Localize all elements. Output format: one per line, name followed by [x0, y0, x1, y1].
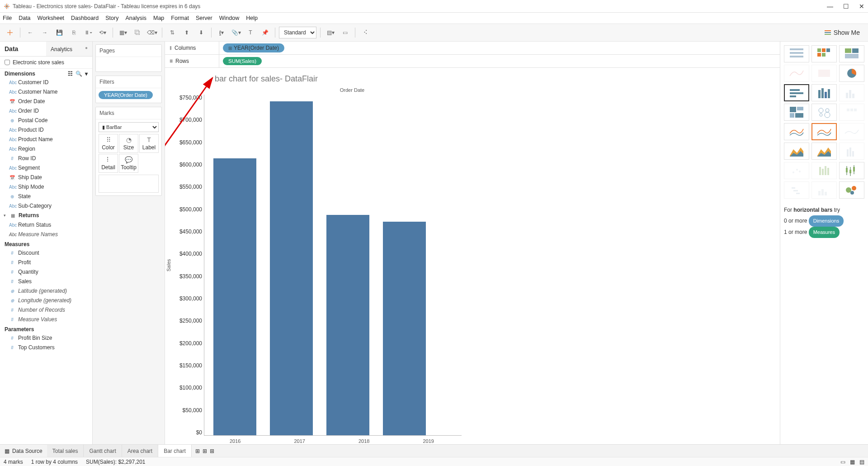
menu-analysis[interactable]: Analysis [125, 15, 146, 21]
menu-worksheet[interactable]: Worksheet [38, 15, 65, 21]
field-item[interactable]: AbcOrder ID [0, 106, 92, 116]
field-item[interactable]: ⊕Longitude (generated) [0, 296, 92, 305]
presentation-button[interactable]: ▭ [339, 26, 351, 39]
show-me-thumbnail[interactable] [839, 45, 864, 62]
new-sheet-button[interactable]: ⊞ [195, 448, 200, 454]
field-item[interactable]: #Row ID [0, 154, 92, 163]
show-me-thumbnail[interactable] [784, 84, 809, 101]
pages-shelf[interactable]: Pages [95, 44, 162, 72]
close-button[interactable]: ✕ [859, 3, 864, 10]
field-item[interactable]: 📅Order Date [0, 97, 92, 106]
view-icon[interactable]: ☷ [68, 71, 73, 77]
marks-drop-area[interactable] [99, 175, 159, 193]
menu-file[interactable]: File [3, 15, 12, 21]
data-tab[interactable]: Data [0, 42, 46, 56]
show-me-thumbnail[interactable] [839, 162, 864, 179]
chart-bar[interactable] [383, 222, 426, 435]
sheet-tab-active[interactable]: Bar chart [158, 445, 192, 457]
field-item[interactable]: #Quantity [0, 267, 92, 277]
columns-shelf[interactable]: ⦀Columns ⊞YEAR(Order Date) [165, 42, 780, 55]
show-me-thumbnail[interactable] [784, 143, 809, 160]
show-me-thumbnail[interactable] [839, 123, 864, 140]
new-dashboard-button[interactable]: ⊞ [203, 448, 207, 454]
refresh-button[interactable]: ⟲▾ [96, 26, 109, 39]
returns-group[interactable]: ▾▦Returns [0, 211, 92, 220]
sort-asc-button[interactable]: ⬆ [180, 26, 193, 39]
show-me-thumbnail[interactable] [811, 65, 837, 82]
mark-size[interactable]: ◔Size [119, 134, 138, 153]
save-button[interactable]: 💾 [53, 26, 66, 39]
swap-button[interactable]: ⇅ [166, 26, 179, 39]
menu-map[interactable]: Map [153, 15, 164, 21]
menu-dashboard[interactable]: Dashboard [71, 15, 99, 21]
rows-pill[interactable]: SUM(Sales) [223, 57, 262, 65]
fit-select[interactable]: Standard [279, 27, 316, 38]
sheet-tab[interactable]: Total sales [47, 445, 84, 457]
show-me-thumbnail[interactable] [811, 123, 837, 140]
field-item[interactable]: AbcRegion [0, 144, 92, 154]
maximize-button[interactable]: ☐ [843, 3, 849, 10]
redo-button[interactable]: → [38, 26, 51, 39]
show-me-thumbnail[interactable] [784, 181, 809, 199]
show-me-thumbnail[interactable] [811, 84, 837, 101]
show-me-button[interactable]: Show Me [820, 29, 864, 36]
pin-button[interactable]: 📌 [259, 26, 271, 39]
field-item[interactable]: AbcMeasure Names [0, 230, 92, 239]
show-me-thumbnail[interactable] [839, 143, 864, 160]
group-button[interactable]: 📎▾ [230, 26, 242, 39]
datasource-tab[interactable]: ▦Data Source [0, 448, 47, 454]
menu-format[interactable]: Format [171, 15, 189, 21]
datasource-row[interactable]: Electronic store sales [0, 57, 92, 69]
field-item[interactable]: #Discount [0, 248, 92, 258]
show-me-thumbnail[interactable] [839, 84, 864, 101]
show-me-thumbnail[interactable] [811, 104, 837, 121]
mark-detail[interactable]: ⠇Detail [99, 154, 118, 173]
field-item[interactable]: AbcCustomer ID [0, 78, 92, 87]
show-me-thumbnail[interactable] [839, 104, 864, 121]
field-item[interactable]: ⊕State [0, 192, 92, 201]
menu-data[interactable]: Data [19, 15, 30, 21]
show-me-thumbnail[interactable] [784, 123, 809, 140]
rows-shelf[interactable]: ≡Rows SUM(Sales) [165, 55, 780, 68]
undo-button[interactable]: ← [24, 26, 37, 39]
sheet-tab[interactable]: Area chart [122, 445, 158, 457]
field-item[interactable]: AbcSub-Category [0, 201, 92, 211]
clear-button[interactable]: ⌫▾ [146, 26, 158, 39]
menu-icon[interactable]: ▾ [85, 71, 88, 77]
field-item[interactable]: AbcReturn Status [0, 220, 92, 230]
field-item[interactable]: AbcProduct ID [0, 125, 92, 135]
view-mode-icon[interactable]: ▤ [859, 459, 864, 465]
show-me-thumbnail[interactable] [811, 45, 837, 62]
share-button[interactable]: ⠪ [359, 26, 372, 39]
chart-bar[interactable] [326, 215, 369, 435]
highlight-button[interactable]: ℓ▾ [215, 26, 228, 39]
new-datasource-button[interactable]: ⎘ [67, 26, 80, 39]
show-me-thumbnail[interactable] [784, 104, 809, 121]
show-cards-button[interactable]: ▤▾ [324, 26, 337, 39]
minimize-button[interactable]: — [827, 3, 833, 10]
chart-title[interactable]: bar chart for sales- DataFlair [165, 72, 775, 87]
search-icon[interactable]: 🔍 [75, 71, 82, 77]
menu-story[interactable]: Story [105, 15, 118, 21]
filters-shelf[interactable]: FiltersYEAR(Order Date) [95, 76, 162, 103]
field-item[interactable]: #Sales [0, 277, 92, 286]
menu-help[interactable]: Help [246, 15, 258, 21]
field-item[interactable]: AbcProduct Name [0, 135, 92, 144]
mark-color[interactable]: ⠿Color [99, 134, 118, 153]
new-story-button[interactable]: ⊞ [210, 448, 214, 454]
mark-label[interactable]: TLabel [139, 134, 159, 153]
label-button[interactable]: T [244, 26, 257, 39]
filter-pill-year[interactable]: YEAR(Order Date) [99, 91, 153, 99]
show-me-thumbnail[interactable] [811, 143, 837, 160]
field-item[interactable]: #Profit [0, 258, 92, 267]
chart-bar[interactable] [270, 101, 313, 435]
menu-window[interactable]: Window [219, 15, 239, 21]
field-item[interactable]: ⊕Postal Code [0, 116, 92, 125]
field-item[interactable]: #Profit Bin Size [0, 333, 92, 343]
sheet-tab[interactable]: Gantt chart [84, 445, 122, 457]
show-me-thumbnail[interactable] [811, 181, 837, 199]
field-item[interactable]: #Measure Values [0, 315, 92, 324]
show-me-thumbnail[interactable] [784, 45, 809, 62]
show-me-thumbnail[interactable] [839, 65, 864, 82]
view-mode-icon[interactable]: ▦ [850, 459, 855, 465]
